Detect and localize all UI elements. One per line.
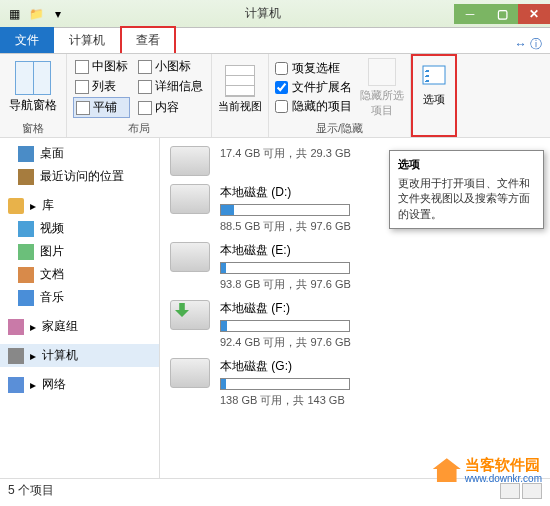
check-item-checkboxes[interactable]: 项复选框 (275, 60, 352, 77)
layout-small-icons[interactable]: 小图标 (136, 57, 205, 76)
close-button[interactable]: ✕ (518, 4, 550, 24)
drive-icon (170, 242, 210, 272)
drive-icon (170, 184, 210, 214)
dropdown-icon[interactable]: ▾ (50, 6, 66, 22)
group-panes-label: 窗格 (0, 121, 66, 137)
navigation-sidebar: 桌面 最近访问的位置 ▸ 库 视频 图片 文档 音乐 ▸ 家庭组 ▸ 计算机 ▸… (0, 138, 160, 478)
options-icon (419, 60, 449, 90)
tab-computer[interactable]: 计算机 (54, 27, 120, 53)
house-icon (433, 458, 461, 482)
tab-file[interactable]: 文件 (0, 27, 54, 53)
layout-medium-icons[interactable]: 中图标 (73, 57, 130, 76)
sidebar-item-desktop[interactable]: 桌面 (0, 142, 159, 165)
ribbon: 导航窗格 窗格 中图标 小图标 列表 详细信息 平铺 内容 布局 当前视图 (0, 54, 550, 138)
drive-item[interactable]: 本地磁盘 (G:) 138 GB 可用，共 143 GB (160, 354, 550, 412)
window-controls: ─ ▢ ✕ (454, 4, 550, 24)
ribbon-tabs: 文件 计算机 查看 ↔ ⓘ (0, 28, 550, 54)
navigation-pane-button[interactable]: 导航窗格 (6, 61, 60, 114)
sidebar-item-homegroup[interactable]: ▸ 家庭组 (0, 315, 159, 338)
quick-access-toolbar: ▦ 📁 ▾ (0, 6, 72, 22)
layout-tiles[interactable]: 平铺 (73, 97, 130, 118)
watermark: 当客软件园 www.downkr.com (433, 457, 542, 485)
check-file-extensions[interactable]: 文件扩展名 (275, 79, 352, 96)
options-tooltip: 选项 更改用于打开项目、文件和文件夹视图以及搜索等方面的设置。 (389, 150, 544, 229)
ribbon-collapse-icon[interactable]: ↔ ⓘ (515, 36, 550, 53)
sidebar-item-recent[interactable]: 最近访问的位置 (0, 165, 159, 188)
group-layout-label: 布局 (67, 121, 211, 137)
maximize-button[interactable]: ▢ (486, 4, 518, 24)
hide-selected-button[interactable]: 隐藏所选项目 (360, 58, 404, 118)
sidebar-item-video[interactable]: 视频 (0, 217, 159, 240)
minimize-button[interactable]: ─ (454, 4, 486, 24)
check-hidden-items[interactable]: 隐藏的项目 (275, 98, 352, 115)
group-showhide-label: 显示/隐藏 (269, 121, 410, 137)
drive-icon (170, 358, 210, 388)
sidebar-item-pictures[interactable]: 图片 (0, 240, 159, 263)
sidebar-item-library[interactable]: ▸ 库 (0, 194, 159, 217)
group-showhide: 项复选框 文件扩展名 隐藏的项目 隐藏所选项目 显示/隐藏 (269, 54, 411, 137)
sidebar-item-computer[interactable]: ▸ 计算机 (0, 344, 159, 367)
view-details-button[interactable] (500, 483, 520, 499)
sidebar-item-documents[interactable]: 文档 (0, 263, 159, 286)
group-panes: 导航窗格 窗格 (0, 54, 67, 137)
tooltip-body: 更改用于打开项目、文件和文件夹视图以及搜索等方面的设置。 (398, 176, 535, 222)
titlebar: ▦ 📁 ▾ 计算机 ─ ▢ ✕ (0, 0, 550, 28)
tab-view[interactable]: 查看 (120, 26, 176, 53)
view-tiles-button[interactable] (522, 483, 542, 499)
drive-item[interactable]: 本地磁盘 (E:) 93.8 GB 可用，共 97.6 GB (160, 238, 550, 296)
current-view-button[interactable]: 当前视图 (218, 65, 262, 114)
options-button[interactable]: 选项 (411, 54, 457, 137)
window-title: 计算机 (72, 5, 454, 22)
group-currentview: 当前视图 (212, 54, 269, 137)
drive-icon (170, 300, 210, 330)
sidebar-item-music[interactable]: 音乐 (0, 286, 159, 309)
drive-item[interactable]: 本地磁盘 (F:) 92.4 GB 可用，共 97.6 GB (160, 296, 550, 354)
layout-details[interactable]: 详细信息 (136, 77, 205, 96)
layout-list[interactable]: 列表 (73, 77, 130, 96)
tooltip-title: 选项 (398, 157, 535, 172)
item-count: 5 个项目 (8, 482, 54, 499)
properties-icon[interactable]: ▦ (6, 6, 22, 22)
navpane-label: 导航窗格 (9, 97, 57, 114)
drive-icon (170, 146, 210, 176)
layout-content[interactable]: 内容 (136, 97, 205, 118)
sidebar-item-network[interactable]: ▸ 网络 (0, 373, 159, 396)
folder-icon[interactable]: 📁 (28, 6, 44, 22)
group-layout: 中图标 小图标 列表 详细信息 平铺 内容 布局 (67, 54, 212, 137)
